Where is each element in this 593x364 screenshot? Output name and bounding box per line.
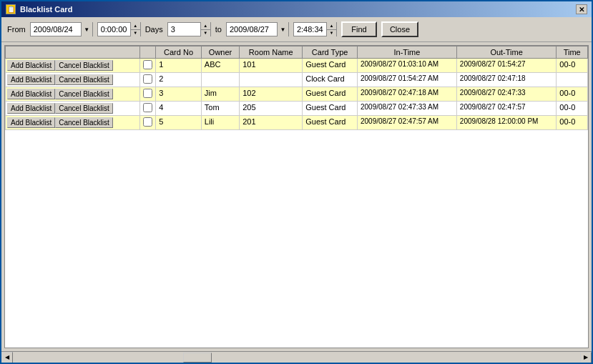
to-date-value: 2009/08/27 — [227, 23, 277, 36]
cell-time — [557, 73, 588, 87]
add-blacklist-button[interactable]: Add Blacklist — [7, 74, 55, 85]
cell-owner: Lili — [201, 116, 239, 130]
cell-out-time: 2009/08/27 02:47:57 — [456, 102, 557, 116]
close-button[interactable]: Close — [381, 21, 418, 37]
col-time: Time — [557, 46, 588, 59]
table-row: Add BlacklistCancel Blacklist5Lili201Gue… — [6, 116, 588, 130]
col-checkbox — [140, 46, 156, 59]
to-date-combo[interactable]: 2009/08/27 ▼ — [226, 22, 289, 36]
col-in-time: In-Time — [358, 46, 457, 59]
cell-card-no: 3 — [156, 87, 202, 102]
from-time-down[interactable]: ▼ — [131, 30, 140, 37]
cancel-blacklist-button[interactable]: Cancel Blacklist — [55, 117, 113, 128]
from-date-value: 2009/08/24 — [31, 23, 81, 36]
cell-in-time: 2009/08/27 02:47:18 AM — [358, 87, 457, 102]
window-title: Blacklist Card — [20, 5, 72, 14]
window-icon: 📋 — [6, 4, 16, 14]
blacklist-table: Card No Owner Room Name Card Type In-Tim… — [5, 46, 588, 130]
cell-owner: Jim — [201, 87, 239, 102]
cell-room: 101 — [240, 59, 303, 73]
row-checkbox[interactable] — [143, 103, 152, 112]
cell-time: 00-0 — [557, 59, 588, 73]
from-date-combo[interactable]: 2009/08/24 ▼ — [30, 22, 93, 36]
col-owner: Owner — [201, 46, 239, 59]
cancel-blacklist-button[interactable]: Cancel Blacklist — [55, 74, 113, 85]
checkbox-cell — [140, 116, 156, 130]
checkbox-cell — [140, 59, 156, 73]
toolbar: From 2009/08/24 ▼ 0:00:00 ▲ ▼ Days 3 ▲ ▼… — [1, 17, 592, 42]
title-bar: 📋 Blacklist Card ✕ — [1, 1, 592, 17]
cell-time: 00-0 — [557, 116, 588, 130]
cell-card-no: 5 — [156, 116, 202, 130]
cell-owner: Tom — [201, 102, 239, 116]
to-time-up[interactable]: ▲ — [327, 22, 336, 30]
days-spin[interactable]: 3 ▲ ▼ — [167, 22, 211, 36]
from-time-spin[interactable]: 0:00:00 ▲ ▼ — [97, 22, 141, 36]
add-blacklist-button[interactable]: Add Blacklist — [7, 117, 55, 128]
cell-room: 205 — [240, 102, 303, 116]
cell-owner: ABC — [201, 59, 239, 73]
checkbox-cell — [140, 87, 156, 102]
row-checkbox[interactable] — [143, 60, 152, 69]
from-date-arrow[interactable]: ▼ — [81, 22, 92, 36]
days-up[interactable]: ▲ — [201, 22, 210, 30]
cell-time: 00-0 — [557, 87, 588, 102]
to-time-down[interactable]: ▼ — [327, 30, 336, 37]
cell-room: 102 — [240, 87, 303, 102]
table-container: Card No Owner Room Name Card Type In-Tim… — [4, 45, 589, 348]
col-buttons — [6, 46, 140, 59]
row-checkbox[interactable] — [143, 74, 152, 84]
scroll-track[interactable] — [13, 352, 580, 363]
col-card-no: Card No — [156, 46, 202, 59]
cell-out-time: 2009/08/28 12:00:00 PM — [456, 116, 557, 130]
to-date-arrow[interactable]: ▼ — [277, 22, 288, 36]
col-out-time: Out-Time — [456, 46, 557, 59]
days-label: Days — [145, 25, 163, 34]
cell-in-time: 2009/08/27 01:03:10 AM — [358, 59, 457, 73]
from-time-up[interactable]: ▲ — [131, 22, 140, 30]
scroll-left-button[interactable]: ◀ — [1, 352, 13, 363]
table-header-row: Card No Owner Room Name Card Type In-Tim… — [6, 46, 588, 59]
cancel-blacklist-button[interactable]: Cancel Blacklist — [55, 89, 113, 99]
table-row: Add BlacklistCancel Blacklist2Clock Card… — [6, 73, 588, 87]
horizontal-scrollbar: ◀ ▶ — [1, 351, 592, 363]
cell-card-no: 2 — [156, 73, 202, 87]
cell-card-type: Guest Card — [303, 59, 358, 73]
col-room: Room Name — [240, 46, 303, 59]
content-area: Card No Owner Room Name Card Type In-Tim… — [1, 42, 592, 351]
row-checkbox[interactable] — [143, 117, 152, 127]
cell-card-type: Guest Card — [303, 116, 358, 130]
cancel-blacklist-button[interactable]: Cancel Blacklist — [55, 60, 113, 71]
cell-out-time: 2009/08/27 02:47:18 — [456, 73, 557, 87]
cell-card-type: Clock Card — [303, 73, 358, 87]
days-down[interactable]: ▼ — [201, 30, 210, 37]
days-value: 3 — [168, 23, 200, 36]
main-window: 📋 Blacklist Card ✕ From 2009/08/24 ▼ 0:0… — [0, 0, 593, 364]
add-blacklist-button[interactable]: Add Blacklist — [7, 103, 55, 114]
cancel-blacklist-button[interactable]: Cancel Blacklist — [55, 103, 113, 114]
cell-in-time: 2009/08/27 02:47:33 AM — [358, 102, 457, 116]
table-row: Add BlacklistCancel Blacklist1ABC101Gues… — [6, 59, 588, 73]
cell-out-time: 2009/08/27 02:47:33 — [456, 87, 557, 102]
from-label: From — [7, 25, 26, 34]
to-label: to — [215, 25, 222, 34]
cell-room — [240, 73, 303, 87]
cell-card-no: 4 — [156, 102, 202, 116]
add-blacklist-button[interactable]: Add Blacklist — [7, 60, 55, 71]
to-time-spin[interactable]: 2:48:34 ▲ ▼ — [293, 22, 337, 36]
add-blacklist-button[interactable]: Add Blacklist — [7, 89, 55, 99]
table-row: Add BlacklistCancel Blacklist3Jim102Gues… — [6, 87, 588, 102]
checkbox-cell — [140, 102, 156, 116]
checkbox-cell — [140, 73, 156, 87]
find-button[interactable]: Find — [341, 21, 377, 37]
scroll-thumb[interactable] — [183, 353, 212, 363]
to-time-value: 2:48:34 — [294, 23, 326, 36]
scroll-right-button[interactable]: ▶ — [580, 352, 592, 363]
cell-time: 00-0 — [557, 102, 588, 116]
row-checkbox[interactable] — [143, 89, 152, 98]
cell-out-time: 2009/08/27 01:54:27 — [456, 59, 557, 73]
cell-in-time: 2009/08/27 01:54:27 AM — [358, 73, 457, 87]
window-close-button[interactable]: ✕ — [576, 4, 587, 14]
cell-card-no: 1 — [156, 59, 202, 73]
cell-card-type: Guest Card — [303, 102, 358, 116]
